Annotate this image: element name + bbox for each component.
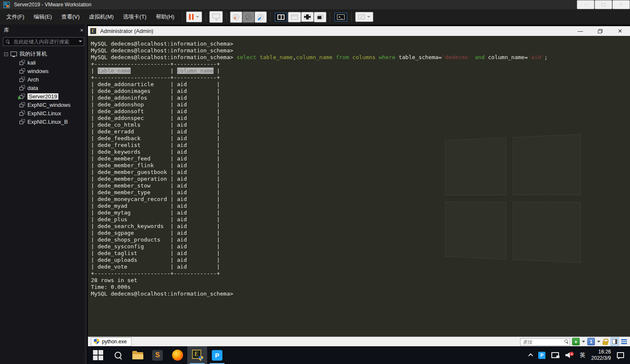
file-explorer-button[interactable]: [128, 346, 148, 364]
conemu-taskbar-button[interactable]: Ɛ: [187, 346, 207, 364]
sublime-text-button[interactable]: S: [148, 346, 167, 364]
vm-item-ExpNIC_windows[interactable]: ExpNIC_windows: [0, 101, 87, 109]
conemu-app-icon: Ɛ: [90, 28, 96, 34]
stretch-icon: [358, 14, 365, 19]
chevron-down-icon: [367, 16, 370, 18]
console-line: | dede_addoninfos | aid |: [91, 95, 548, 101]
taskbar-search-button[interactable]: [108, 346, 128, 364]
console-line: | dede_search_keywords | aid |: [91, 223, 548, 230]
vm-item-ExpNIC.Linux[interactable]: ExpNIC.Linux: [0, 109, 87, 117]
ime-indicator-button[interactable]: 英: [578, 346, 587, 364]
console-line: MySQL dedecms@localhost:information_sche…: [91, 54, 548, 61]
vm-item-Server2019[interactable]: Server2019: [0, 92, 87, 101]
conemu-tab-python[interactable]: python.exe: [91, 337, 131, 346]
vm-display[interactable]: Ɛ Administrator (Admin) — ✕ MySQL dedecm…: [88, 24, 630, 364]
lock-icon[interactable]: [603, 338, 608, 345]
menubar-item[interactable]: 文件(F): [2, 11, 29, 22]
console-line: | dede_moneycard_record | aid |: [91, 196, 548, 203]
conemu-menu-button[interactable]: [621, 338, 627, 345]
search-dropdown-icon[interactable]: [79, 41, 82, 42]
notification-icon: [617, 352, 624, 358]
menubar-item[interactable]: 虚拟机(M): [84, 11, 118, 22]
vmware-maximize-button[interactable]: [594, 0, 612, 9]
search-icon: [114, 351, 122, 359]
volume-tray-button[interactable]: ×: [564, 346, 575, 364]
pycharm-tray-icon: P: [538, 352, 545, 359]
library-close-button[interactable]: ×: [80, 27, 83, 33]
vm-item-ExpNIC.Linux_B[interactable]: ExpNIC.Linux_B: [0, 117, 87, 126]
send-ctrl-alt-del-button[interactable]: [209, 11, 223, 23]
show-library-toggle[interactable]: [275, 13, 287, 22]
network-tray-button[interactable]: [550, 346, 561, 364]
firefox-button[interactable]: [167, 346, 187, 364]
tray-time: 16:26: [591, 349, 611, 355]
show-thumbnail-bar-toggle[interactable]: [288, 12, 301, 22]
clock-button[interactable]: 16:26 2022/3/9: [589, 346, 613, 364]
vm-item-label: ExpNIC_windows: [27, 102, 71, 108]
sublime-icon: S: [152, 350, 163, 361]
uac-shield-icon: [94, 339, 99, 345]
show-hidden-icons-button[interactable]: [527, 346, 534, 364]
search-icon: [564, 340, 568, 343]
terminal-output: MySQL dedecms@localhost:information_sche…: [91, 41, 548, 297]
console-line: | dede_vote | aid |: [91, 263, 548, 270]
console-line: | dede_shops_products | aid |: [91, 236, 548, 243]
start-button[interactable]: [88, 346, 108, 364]
new-console-dropdown-icon[interactable]: [582, 341, 585, 342]
play-badge-icon: [18, 96, 21, 100]
tree-root-label: 我的计算机: [19, 50, 47, 58]
menubar-item[interactable]: 选项卡(T): [118, 11, 151, 22]
menubar-item[interactable]: 查看(V): [57, 11, 84, 22]
unity-mode-button[interactable]: [314, 12, 326, 22]
library-search: [3, 37, 84, 46]
pause-vm-button[interactable]: [186, 11, 202, 22]
console-minimize-button[interactable]: —: [570, 26, 590, 36]
library-panes-icon: [277, 14, 285, 20]
vm-item-label: ExpNIC.Linux_B: [27, 119, 68, 125]
vm-icon: [19, 60, 25, 65]
new-console-button[interactable]: +: [572, 338, 580, 345]
console-line: MySQL dedecms@localhost:information_sche…: [91, 47, 548, 54]
unity-windows-icon: [317, 14, 323, 20]
vm-item-Arch[interactable]: Arch: [0, 75, 87, 84]
side-panel-toggle[interactable]: [611, 337, 619, 346]
vmware-minimize-button[interactable]: –: [577, 0, 594, 9]
full-screen-button[interactable]: [301, 12, 314, 22]
toolbar-separator: [330, 12, 330, 22]
vm-item-windows[interactable]: windows: [0, 67, 87, 75]
active-console-button[interactable]: 1: [587, 338, 595, 345]
action-center-button[interactable]: [615, 346, 626, 364]
console-line: | dede_addonarticle | aid |: [91, 81, 548, 88]
console-close-button[interactable]: ✕: [610, 26, 630, 36]
vm-item-data[interactable]: data: [0, 84, 87, 92]
vm-item-label: ExpNIC.Linux: [27, 110, 61, 117]
pycharm-button[interactable]: P: [207, 346, 227, 364]
pycharm-tray-button[interactable]: P: [537, 346, 547, 364]
revert-snapshot-button[interactable]: ←: [242, 11, 255, 23]
console-line: | dede_member_operation | aid |: [91, 176, 548, 182]
manage-snapshots-button[interactable]: [255, 11, 267, 23]
vm-item-kali[interactable]: kali: [0, 58, 87, 67]
vm-icon: [19, 111, 25, 116]
stretch-guest-button[interactable]: [355, 12, 373, 22]
take-snapshot-button[interactable]: +: [230, 11, 242, 23]
console-line: | dede_member_feed | aid |: [91, 155, 548, 162]
console-line: | dede_member_stow | aid |: [91, 182, 548, 189]
console-list-dropdown-icon[interactable]: [597, 341, 600, 342]
conemu-find-input[interactable]: [520, 338, 570, 346]
vmware-close-button[interactable]: ×: [612, 0, 630, 9]
console-line: +-----------------------+-------------+: [91, 61, 548, 68]
console-line: | table_name | column_name |: [91, 68, 548, 74]
tree-root-my-computer[interactable]: −我的计算机: [0, 50, 87, 58]
menubar-item[interactable]: 帮助(H): [151, 11, 179, 22]
console-view-toggle[interactable]: >_: [334, 13, 347, 22]
console-line: | dede_myad | aid |: [91, 203, 548, 209]
sidebar-scrollbar[interactable]: [85, 24, 87, 364]
library-search-input[interactable]: [3, 37, 84, 46]
menubar-item[interactable]: 编辑(E): [29, 11, 57, 22]
expander-icon[interactable]: −: [4, 52, 8, 56]
console-restore-button[interactable]: [590, 26, 610, 36]
vmware-logo: [3, 2, 10, 8]
terminal-area[interactable]: MySQL dedecms@localhost:information_sche…: [88, 36, 630, 337]
conemu-tabbar: python.exe + 1: [88, 337, 630, 346]
